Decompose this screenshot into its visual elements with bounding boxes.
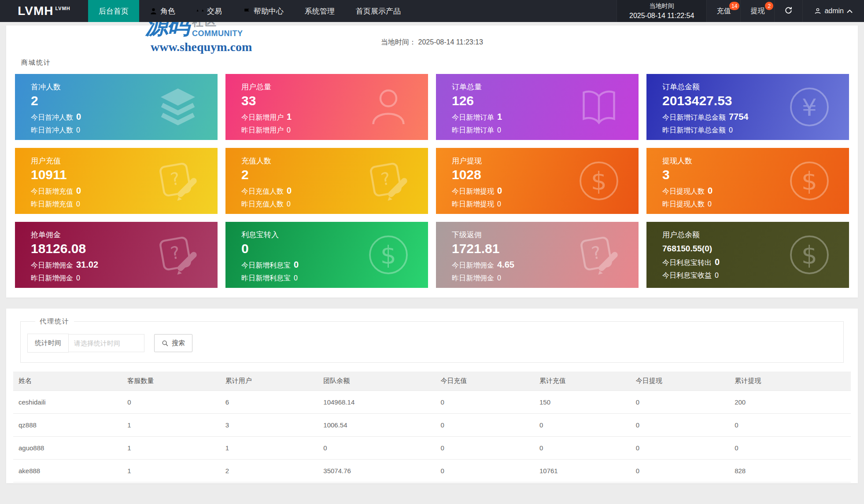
menu-item-label: 交易 xyxy=(207,6,222,16)
brand-logo: LVMH LVMH xyxy=(0,0,88,22)
table-cell: 0 xyxy=(631,414,729,437)
agent-legend: 代理统计 xyxy=(35,317,74,326)
menu-item-角色[interactable]: 角色 xyxy=(139,0,186,22)
stat-card-用户提现: 用户提现1028今日新增提现0昨日新增提现0$ xyxy=(436,148,639,214)
yesterday-label: 昨日首冲人数 xyxy=(31,126,73,135)
today-value: 0 xyxy=(287,186,292,196)
stat-card-充值人数: 充值人数2今日充值人数0昨日充值人数0? xyxy=(225,148,428,214)
menu-item-交易[interactable]: 交易 xyxy=(186,0,233,22)
today-value: 1 xyxy=(497,112,502,122)
yesterday-label: 昨日新增提现 xyxy=(452,200,494,209)
menu-item-label: 帮助中心 xyxy=(254,6,284,16)
table-cell: qz888 xyxy=(13,414,122,437)
stat-card-利息宝转入: 利息宝转入0今日新增利息宝0昨日新增利息宝0$ xyxy=(225,222,428,288)
table-cell: 3 xyxy=(220,414,318,437)
table-cell: ceshidaili xyxy=(13,391,122,414)
dollar-icon: $ xyxy=(788,234,831,276)
recharge-link[interactable]: 充值 14 xyxy=(707,0,741,22)
svg-text:?: ? xyxy=(590,243,602,264)
filter-time-label: 统计时间 xyxy=(27,334,69,353)
today-label: 今日新增用户 xyxy=(241,113,284,122)
stat-card-订单总量: 订单总量126今日新增订单1昨日新增订单0 xyxy=(436,74,639,140)
table-cell: 104968.14 xyxy=(318,391,435,414)
stats-section-title: 商城统计 xyxy=(21,59,849,67)
content-time-label: 当地时间： xyxy=(381,38,416,46)
withdraw-link[interactable]: 提现 2 xyxy=(741,0,775,22)
table-cell: 0 xyxy=(436,391,534,414)
table-cell: 1006.54 xyxy=(318,414,435,437)
svg-text:$: $ xyxy=(801,240,817,269)
yesterday-value: 0 xyxy=(708,200,712,208)
content-local-time: 当地时间： 2025-08-14 11:23:13 xyxy=(15,38,849,47)
book-icon xyxy=(578,86,620,128)
menu-item-label: 角色 xyxy=(160,6,175,16)
today-value: 0 xyxy=(708,186,713,196)
table-cell: 150 xyxy=(534,391,631,414)
table-cell: 828 xyxy=(729,460,851,482)
today-label: 今日新增订单总金额 xyxy=(662,113,726,122)
refresh-button[interactable] xyxy=(775,0,803,22)
table-cell: aguo888 xyxy=(13,437,122,460)
svg-text:$: $ xyxy=(801,166,817,195)
menu-item-帮助中心[interactable]: 帮助中心 xyxy=(233,0,294,22)
svg-text:?: ? xyxy=(169,243,181,264)
withdraw-badge[interactable]: 2 xyxy=(765,2,773,10)
today-value: 0 xyxy=(76,186,81,196)
today-value: 4.65 xyxy=(497,260,514,270)
local-time-value: 2025-08-14 11:22:54 xyxy=(629,11,694,21)
editdoc-icon: ? xyxy=(157,160,199,202)
yesterday-label: 昨日新增佣金 xyxy=(31,274,73,283)
filter-time-input[interactable] xyxy=(69,334,144,352)
editdoc-icon: ? xyxy=(157,234,199,276)
stat-card-下级返佣: 下级返佣1721.81今日新增佣金4.65昨日新增佣金0? xyxy=(436,222,639,288)
recharge-badge[interactable]: 14 xyxy=(729,2,739,10)
search-button[interactable]: 搜索 xyxy=(154,334,192,352)
today-value: 7754 xyxy=(729,112,749,122)
menu-item-后台首页[interactable]: 后台首页 xyxy=(88,0,139,22)
search-button-label: 搜索 xyxy=(172,339,185,347)
table-cell: 0 xyxy=(436,460,534,482)
table-cell: 0 xyxy=(436,414,534,437)
yesterday-value: 0 xyxy=(294,274,298,282)
admin-menu[interactable]: admin xyxy=(803,0,864,22)
today-label: 今日新增佣金 xyxy=(452,261,494,270)
user-icon xyxy=(814,7,821,15)
column-header-累计用户: 累计用户 xyxy=(220,372,318,391)
today-label: 今日新增订单 xyxy=(452,113,494,122)
top-navbar: LVMH LVMH 后台首页角色交易帮助中心系统管理首页展示产品 当地时间 20… xyxy=(0,0,864,22)
today-label: 今日利息宝转出 xyxy=(662,258,712,268)
admin-username: admin xyxy=(824,7,844,15)
person-icon xyxy=(367,86,410,128)
svg-text:$: $ xyxy=(380,240,396,269)
column-header-姓名: 姓名 xyxy=(13,372,122,391)
person-icon xyxy=(150,7,157,15)
table-cell: 1 xyxy=(220,437,318,460)
table-row-ake888: ake8881235074.760107610828 xyxy=(13,460,851,482)
search-icon xyxy=(162,340,169,347)
yesterday-value: 0 xyxy=(76,274,80,282)
today-label: 今日新增提现 xyxy=(452,187,494,196)
table-row-qz888: qz888131006.540000 xyxy=(13,414,851,437)
menu-item-系统管理[interactable]: 系统管理 xyxy=(294,0,345,22)
table-cell: 0 xyxy=(631,391,729,414)
navbar-local-time: 当地时间 2025-08-14 11:22:54 xyxy=(617,0,707,22)
column-header-累计充值: 累计充值 xyxy=(534,372,631,391)
svg-text:?: ? xyxy=(169,169,181,190)
yesterday-label: 昨日提现人数 xyxy=(662,200,705,209)
agent-panel: 代理统计 统计时间 搜索 姓名客服数量累计用户团队余额今日充值累计充值今日提现累… xyxy=(6,309,858,483)
today-value: 0 xyxy=(497,186,502,196)
yesterday-value: 0 xyxy=(497,274,501,282)
stat-card-订单总金额: 订单总金额2013427.53今日新增订单总金额7754昨日新增订单总金额0¥ xyxy=(646,74,849,140)
stat-card-提现人数: 提现人数3今日提现人数0昨日提现人数0$ xyxy=(646,148,849,214)
table-cell: 0 xyxy=(318,437,435,460)
menu-item-首页展示产品[interactable]: 首页展示产品 xyxy=(345,0,411,22)
column-header-累计提现: 累计提现 xyxy=(729,372,851,391)
svg-text:$: $ xyxy=(591,166,607,195)
today-value: 0 xyxy=(76,112,81,122)
stat-cards-grid: 首冲人数2今日首冲人数0昨日首冲人数0用户总量33今日新增用户1昨日新增用户0订… xyxy=(15,74,849,288)
table-row-ceshidaili: ceshidaili06104968.1401500200 xyxy=(13,391,851,414)
table-cell: 0 xyxy=(534,437,631,460)
yesterday-label: 昨日充值人数 xyxy=(241,200,284,209)
today-label: 今日首冲人数 xyxy=(31,113,73,122)
yen-icon: ¥ xyxy=(788,86,831,128)
